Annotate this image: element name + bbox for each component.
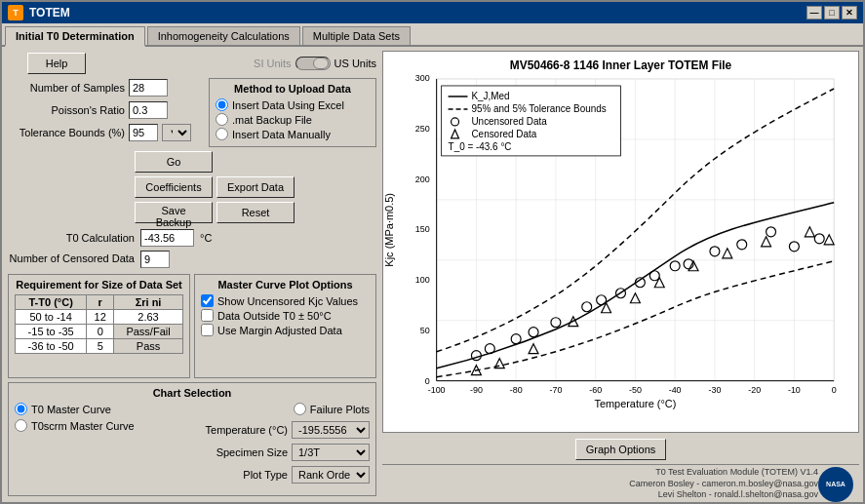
chart-svg: MV50466-8 1146 Inner Layer TOTEM File — [383, 52, 858, 432]
footer-version: T0 Test Evaluation Module (TOTEM) V1.4 — [629, 467, 818, 479]
maximize-button[interactable]: □ — [824, 6, 840, 19]
tolerance-select[interactable]: ▼ — [162, 124, 191, 141]
footer-bar: T0 Test Evaluation Module (TOTEM) V1.4 C… — [382, 464, 859, 502]
specimen-select[interactable]: 1/3T — [292, 444, 370, 461]
radio-t0-master[interactable] — [15, 403, 27, 415]
temperature-select[interactable]: -195.5556 — [292, 421, 370, 439]
checkbox-margin[interactable] — [201, 324, 214, 336]
requirement-table: T-T0 (°C) r Σri ni 50 to -14 12 2.63 — [15, 294, 183, 354]
svg-text:0: 0 — [832, 385, 837, 395]
radio-mat[interactable] — [216, 113, 228, 126]
save-backup-button[interactable]: Save Backup — [135, 202, 213, 223]
toggle-thumb — [313, 58, 329, 69]
svg-text:100: 100 — [415, 275, 430, 285]
tab-inhomogeneity[interactable]: Inhomogeneity Calculations — [147, 26, 300, 45]
tab-multiple-data[interactable]: Multiple Data Sets — [302, 26, 411, 45]
si-units-label: SI Units — [254, 58, 292, 69]
row3-status: Pass — [114, 339, 183, 354]
row2-passfail: Pass/Fail — [114, 325, 183, 339]
table-row: -15 to -35 0 Pass/Fail — [16, 325, 183, 339]
t0-calc-unit: °C — [200, 232, 212, 244]
row3-range: -36 to -50 — [16, 339, 87, 354]
tabs-bar: Initial T0 Determination Inhomogeneity C… — [2, 23, 863, 47]
row1-r: 12 — [87, 310, 114, 325]
checkbox-uncensored[interactable] — [201, 294, 214, 307]
app-icon: T — [8, 5, 23, 20]
window-title: TOTEM — [29, 6, 70, 19]
radio-failure-label: Failure Plots — [310, 404, 370, 415]
left-panel: Help SI Units US Units Number of Samples — [2, 47, 382, 502]
svg-text:Kjc (MPa·m0.5): Kjc (MPa·m0.5) — [383, 193, 395, 267]
us-units-label: US Units — [334, 58, 376, 69]
svg-text:-40: -40 — [669, 385, 682, 395]
poissons-label: Poisson's Ratio — [8, 104, 125, 116]
cb-uncensored-label: Show Uncensored Kjc Values — [217, 295, 358, 307]
reset-button[interactable]: Reset — [216, 202, 295, 223]
num-censored-input[interactable] — [140, 251, 170, 268]
specimen-label: Specimen Size — [216, 446, 288, 458]
row1-sum: 2.63 — [114, 310, 183, 325]
row2-range: -15 to -35 — [16, 325, 87, 339]
coefficients-button[interactable]: Coefficients — [135, 176, 213, 198]
svg-text:-80: -80 — [510, 385, 523, 395]
chart-selection-section: Chart Selection T0 Master Curve T0scrm M… — [8, 382, 376, 496]
tolerance-input[interactable] — [129, 124, 158, 141]
upload-section: Method to Upload Data Insert Data Using … — [209, 78, 376, 147]
svg-text:T_0 = -43.6 °C: T_0 = -43.6 °C — [449, 141, 512, 152]
col-sum: Σri ni — [114, 295, 183, 310]
table-row: -36 to -50 5 Pass — [16, 339, 183, 354]
go-button[interactable]: Go — [135, 151, 213, 173]
main-window: T TOTEM — □ ✕ Initial T0 Determination I… — [0, 0, 865, 504]
svg-text:Temperature (°C): Temperature (°C) — [594, 398, 676, 409]
chart-selection-title: Chart Selection — [15, 387, 370, 399]
poissons-input[interactable] — [129, 101, 168, 119]
radio-mat-label: .mat Backup File — [232, 114, 312, 126]
export-data-button[interactable]: Export Data — [216, 176, 295, 198]
title-bar: T TOTEM — □ ✕ — [2, 2, 863, 23]
requirement-title: Requirement for Size of Data Set — [15, 279, 183, 291]
footer-author1: Cameron Bosley - cameron.m.bosley@nasa.g… — [629, 479, 818, 490]
help-button[interactable]: Help — [27, 53, 86, 74]
radio-manual-label: Insert Data Manually — [232, 129, 331, 140]
units-toggle[interactable] — [295, 57, 331, 70]
num-samples-label: Number of Samples — [8, 82, 125, 94]
window-controls: — □ ✕ — [806, 6, 857, 19]
radio-t0-label: T0 Master Curve — [31, 404, 111, 415]
mc-options-title: Master Curve Plot Options — [201, 279, 370, 291]
col-r: r — [87, 295, 114, 310]
plot-type-label: Plot Type — [243, 469, 288, 481]
tab-initial-t0[interactable]: Initial T0 Determination — [5, 26, 145, 47]
graph-options-button[interactable]: Graph Options — [575, 439, 667, 460]
svg-text:-30: -30 — [708, 385, 721, 395]
svg-text:Uncensored Data: Uncensored Data — [471, 116, 547, 127]
svg-text:150: 150 — [415, 224, 430, 234]
plot-type-select[interactable]: Rank Order — [292, 466, 370, 484]
radio-excel[interactable] — [216, 98, 228, 111]
t0-calc-input[interactable] — [140, 229, 194, 247]
col-range: T-T0 (°C) — [16, 295, 87, 310]
checkbox-outside[interactable] — [201, 309, 214, 322]
radio-t0scrm[interactable] — [15, 419, 27, 432]
svg-text:95% and 5% Tolerance Bounds: 95% and 5% Tolerance Bounds — [471, 103, 606, 114]
row2-r: 0 — [87, 325, 114, 339]
main-content: Help SI Units US Units Number of Samples — [2, 47, 863, 502]
radio-failure[interactable] — [294, 403, 306, 415]
chart-area: MV50466-8 1146 Inner Layer TOTEM File — [382, 51, 859, 433]
radio-manual[interactable] — [216, 128, 228, 140]
cb-margin-label: Use Margin Adjusted Data — [217, 325, 342, 336]
minimize-button[interactable]: — — [806, 6, 822, 19]
svg-text:-50: -50 — [629, 385, 642, 395]
num-samples-input[interactable] — [129, 79, 168, 97]
svg-text:K_J,Med: K_J,Med — [471, 91, 509, 101]
nasa-logo: NASA — [818, 467, 853, 502]
svg-text:-20: -20 — [748, 385, 761, 395]
svg-text:MV50466-8 1146 Inner Layer TOT: MV50466-8 1146 Inner Layer TOTEM File — [510, 58, 732, 72]
master-curve-options: Master Curve Plot Options Show Uncensore… — [194, 274, 376, 378]
close-button[interactable]: ✕ — [842, 6, 857, 19]
row1-range: 50 to -14 — [16, 310, 87, 325]
footer-text: T0 Test Evaluation Module (TOTEM) V1.4 C… — [629, 467, 818, 501]
svg-text:200: 200 — [415, 174, 430, 184]
tolerance-label: Tolerance Bounds (%) — [8, 127, 125, 138]
svg-text:50: 50 — [420, 326, 430, 335]
footer-author2: Levi Shelton - ronald.l.shelton@nasa.gov — [629, 489, 818, 501]
